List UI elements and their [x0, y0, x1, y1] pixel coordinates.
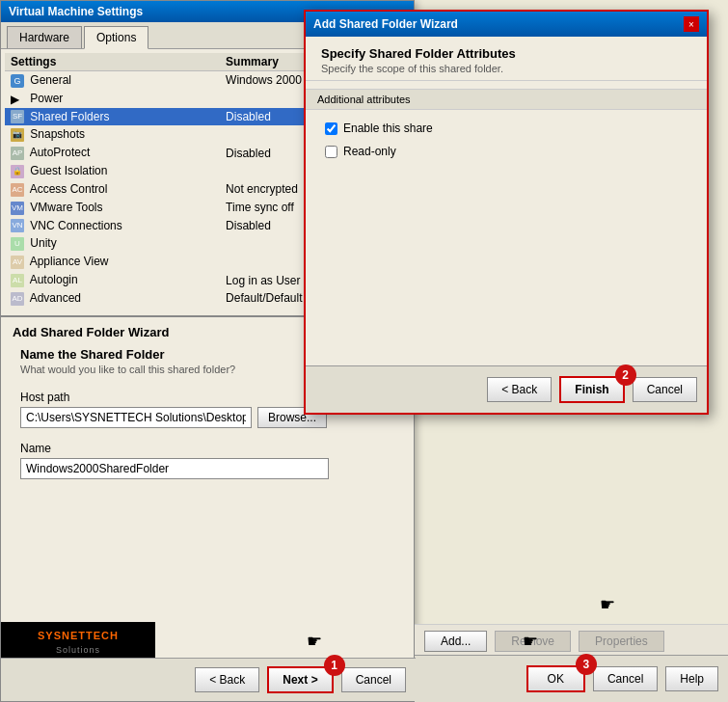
- read-only-row: Read-only: [325, 145, 688, 158]
- back-button-dialog[interactable]: < Back: [487, 377, 552, 402]
- name-wizard-bottom-bar: < Back Next > 1 Cancel: [1, 658, 416, 701]
- dialog-bottom-bar: < Back Finish 2 Cancel: [306, 365, 707, 413]
- name-label: Name: [20, 442, 394, 455]
- dialog-header-title: Specify Shared Folder Attributes: [321, 46, 691, 61]
- add-button[interactable]: Add...: [424, 631, 487, 652]
- advanced-icon: AD: [11, 292, 24, 306]
- tab-options[interactable]: Options: [84, 26, 148, 49]
- step1-badge: 1: [324, 655, 345, 676]
- next-button-name-wizard[interactable]: Next >: [267, 666, 333, 693]
- logo-text: SYSNETTECH Solutions: [38, 629, 119, 657]
- folder-name-input[interactable]: [20, 458, 329, 479]
- shared-folders-icon: SF: [11, 110, 24, 123]
- cancel-button-name-wizard[interactable]: Cancel: [341, 667, 406, 692]
- attributes-dialog: Add Shared Folder Wizard × Specify Share…: [304, 10, 709, 415]
- tab-hardware[interactable]: Hardware: [7, 26, 82, 48]
- vnc-connections-icon: VN: [11, 219, 24, 232]
- row-label: 🔒 Guest Isolation: [5, 162, 220, 180]
- vmware-tools-icon: VM: [11, 202, 24, 215]
- properties-button: Properties: [579, 631, 664, 652]
- col-settings: Settings: [5, 53, 220, 71]
- row-label: VN VNC Connections: [5, 217, 220, 235]
- row-label: ▶ Power: [5, 90, 220, 108]
- enable-share-checkbox[interactable]: [325, 122, 337, 135]
- row-label: SF Shared Folders: [5, 108, 220, 126]
- step3-badge: 3: [576, 654, 597, 675]
- logo-line2: Solutions: [56, 645, 100, 655]
- remove-button: Remove: [495, 631, 571, 652]
- access-control-icon: AC: [11, 183, 24, 197]
- read-only-label: Read-only: [343, 145, 396, 158]
- main-bottom-bar: OK 3 Cancel Help: [415, 655, 728, 702]
- enable-share-label: Enable this share: [343, 122, 433, 135]
- read-only-checkbox[interactable]: [325, 146, 337, 158]
- step2-badge: 2: [615, 364, 636, 386]
- row-label: AP AutoProtect: [5, 144, 220, 162]
- row-label: VM VMware Tools: [5, 199, 220, 217]
- dialog-section-label: Additional attributes: [306, 89, 707, 110]
- autologin-icon: AL: [11, 274, 24, 287]
- row-label: U Unity: [5, 234, 220, 253]
- back-button-name-wizard[interactable]: < Back: [195, 667, 259, 692]
- dialog-title: Add Shared Folder Wizard: [313, 17, 458, 31]
- sysnettech-logo: SYSNETTECH Solutions: [1, 622, 155, 662]
- cursor-hand-2: ☛: [600, 594, 615, 615]
- row-label: G General: [5, 71, 220, 90]
- appliance-view-icon: AV: [11, 256, 24, 269]
- snapshots-icon: 📷: [11, 128, 24, 142]
- dialog-close-button[interactable]: ×: [684, 16, 699, 32]
- cancel-button-dialog[interactable]: Cancel: [633, 377, 697, 402]
- vm-settings-title: Virtual Machine Settings: [9, 5, 143, 18]
- dialog-checkbox-area: Enable this share Read-only: [306, 110, 707, 179]
- dialog-header: Specify Shared Folder Attributes Specify…: [306, 37, 707, 81]
- cancel-button-main[interactable]: Cancel: [593, 666, 658, 691]
- row-label: AD Advanced: [5, 289, 220, 308]
- logo-line1: SYSNETTECH: [38, 630, 119, 641]
- row-label: AL Autologin: [5, 271, 220, 289]
- dialog-titlebar: Add Shared Folder Wizard ×: [306, 12, 707, 37]
- finish-button-dialog[interactable]: Finish: [559, 376, 624, 403]
- row-label: AV Appliance View: [5, 253, 220, 271]
- guest-isolation-icon: 🔒: [11, 165, 24, 178]
- autoprotect-icon: AP: [11, 147, 24, 160]
- row-label: 📷 Snapshots: [5, 125, 220, 144]
- power-icon: ▶: [11, 93, 24, 106]
- row-label: AC Access Control: [5, 180, 220, 199]
- host-path-input[interactable]: [20, 407, 252, 428]
- help-button[interactable]: Help: [665, 666, 718, 691]
- unity-icon: U: [11, 237, 24, 251]
- general-icon: G: [11, 74, 24, 88]
- enable-share-row: Enable this share: [325, 122, 688, 135]
- folders-action-bar: Add... Remove Properties: [415, 624, 728, 658]
- dialog-header-subtitle: Specify the scope of this shared folder.: [321, 63, 691, 74]
